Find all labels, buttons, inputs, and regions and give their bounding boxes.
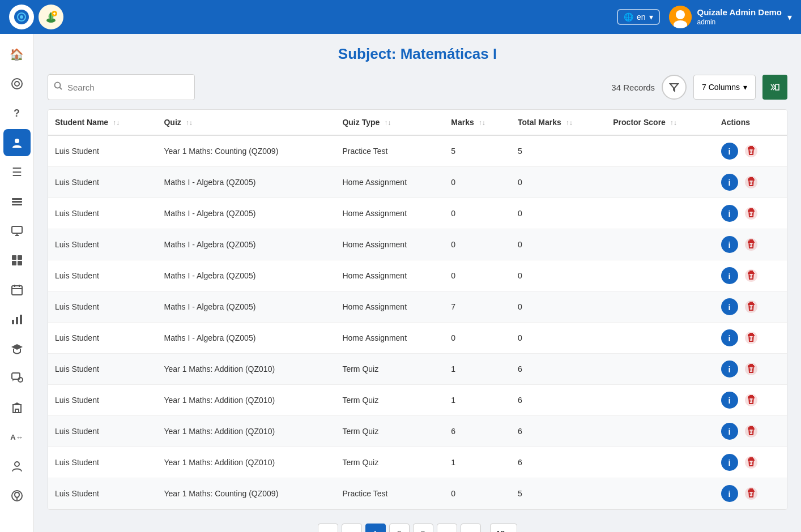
delete-button[interactable]	[743, 329, 760, 346]
sidebar-item-grid[interactable]	[3, 247, 31, 274]
delete-button[interactable]	[743, 236, 760, 253]
info-button[interactable]: i	[721, 205, 738, 222]
cell-student-name: Luis Student	[48, 198, 157, 229]
info-button[interactable]: i	[721, 267, 738, 284]
svg-rect-19	[12, 286, 22, 295]
cell-total-marks: 6	[511, 385, 606, 416]
pagination-page-3[interactable]: 3	[413, 524, 433, 532]
search-icon	[54, 81, 63, 93]
user-role: admin	[697, 18, 782, 27]
excel-export-button[interactable]	[762, 75, 787, 100]
info-button[interactable]: i	[721, 174, 738, 191]
cell-quiz: Year 1 Maths: Counting (QZ009)	[157, 135, 335, 167]
delete-button[interactable]	[743, 423, 760, 440]
sidebar-item-circle[interactable]	[3, 70, 31, 97]
sort-icon-student: ↑↓	[113, 119, 120, 127]
cell-student-name: Luis Student	[48, 416, 157, 447]
info-button[interactable]: i	[721, 361, 738, 377]
info-button[interactable]: i	[721, 236, 738, 253]
cell-marks: 1	[444, 354, 511, 385]
sidebar-item-monitor[interactable]	[3, 217, 31, 244]
user-text-block: Quizale Admin Demo admin	[697, 7, 782, 27]
sidebar-item-menu[interactable]: ☰	[3, 158, 31, 186]
svg-point-10	[15, 139, 19, 143]
cell-marks: 1	[444, 447, 511, 478]
cell-actions: i	[714, 323, 787, 354]
th-total-marks[interactable]: Total Marks ↑↓	[511, 110, 606, 135]
cell-total-marks: 6	[511, 447, 606, 478]
table-row: Luis Student Maths I - Algebra (QZ005) H…	[48, 291, 787, 323]
sidebar-item-calendar[interactable]	[3, 276, 31, 303]
svg-rect-13	[12, 204, 22, 205]
svg-point-8	[12, 79, 22, 89]
cell-marks: 0	[444, 198, 511, 229]
search-box[interactable]	[48, 74, 195, 100]
cell-proctor-score	[606, 385, 714, 416]
pagination-last[interactable]: »	[461, 524, 481, 532]
cell-marks: 0	[444, 260, 511, 291]
cell-total-marks: 0	[511, 291, 606, 323]
cell-student-name: Luis Student	[48, 478, 157, 509]
svg-point-2	[20, 15, 23, 19]
cell-quiz-type: Home Assignment	[335, 291, 444, 323]
info-button[interactable]: i	[721, 143, 738, 160]
delete-button[interactable]	[743, 267, 760, 284]
sidebar-item-graduate[interactable]	[3, 335, 31, 362]
search-input[interactable]	[67, 83, 189, 92]
cell-quiz: Maths I - Algebra (QZ005)	[157, 260, 335, 291]
sidebar-item-layers[interactable]	[3, 188, 31, 215]
sidebar-item-home[interactable]: 🏠	[3, 41, 31, 68]
cell-quiz: Maths I - Algebra (QZ005)	[157, 229, 335, 260]
pagination-next[interactable]: ›	[437, 524, 457, 532]
th-quiz-type[interactable]: Quiz Type ↑↓	[335, 110, 444, 135]
table-row: Luis Student Year 1 Maths: Counting (QZ0…	[48, 478, 787, 509]
info-button[interactable]: i	[721, 298, 738, 315]
info-button[interactable]: i	[721, 392, 738, 409]
pagination-page-1[interactable]: 1	[365, 524, 386, 532]
sidebar-item-translate[interactable]: A↔	[3, 423, 31, 451]
cell-student-name: Luis Student	[48, 291, 157, 323]
pagination-first[interactable]: «	[318, 524, 338, 532]
delete-button[interactable]	[743, 174, 760, 191]
sidebar-item-chart[interactable]	[3, 306, 31, 333]
delete-button[interactable]	[743, 454, 760, 471]
delete-button[interactable]	[743, 143, 760, 160]
th-proctor-score[interactable]: Proctor Score ↑↓	[606, 110, 714, 135]
info-button[interactable]: i	[721, 454, 738, 471]
cell-total-marks: 0	[511, 198, 606, 229]
columns-button[interactable]: 7 Columns ▾	[693, 75, 756, 100]
delete-button[interactable]	[743, 485, 760, 502]
sidebar-item-users[interactable]	[3, 129, 31, 156]
sidebar-item-help[interactable]: ?	[3, 100, 31, 127]
delete-button[interactable]	[743, 392, 760, 409]
main-content: Subject: Matemáticas I 34 Records 7 Colu…	[34, 34, 801, 532]
sidebar-item-building[interactable]	[3, 394, 31, 421]
sidebar-item-person[interactable]	[3, 453, 31, 480]
lang-selector[interactable]: 🌐 en ▾	[617, 9, 660, 25]
cell-student-name: Luis Student	[48, 323, 157, 354]
table-row: Luis Student Maths I - Algebra (QZ005) H…	[48, 323, 787, 354]
sort-icon-proctor: ↑↓	[670, 119, 677, 127]
cell-marks: 5	[444, 135, 511, 167]
user-info[interactable]: Quizale Admin Demo admin ▾	[669, 6, 792, 28]
cell-quiz-type: Practice Test	[335, 135, 444, 167]
cell-quiz: Maths I - Algebra (QZ005)	[157, 323, 335, 354]
th-marks[interactable]: Marks ↑↓	[444, 110, 511, 135]
filter-button[interactable]	[662, 75, 687, 100]
cell-total-marks: 0	[511, 229, 606, 260]
delete-button[interactable]	[743, 298, 760, 315]
delete-button[interactable]	[743, 205, 760, 222]
info-button[interactable]: i	[721, 485, 738, 502]
pagination-page-2[interactable]: 2	[389, 524, 410, 532]
cell-marks: 0	[444, 229, 511, 260]
svg-rect-20	[12, 320, 14, 324]
info-button[interactable]: i	[721, 423, 738, 440]
sidebar-item-speech[interactable]	[3, 482, 31, 509]
per-page-selector[interactable]: 12 ▾	[490, 524, 518, 532]
th-student-name[interactable]: Student Name ↑↓	[48, 110, 157, 135]
pagination-prev[interactable]: ‹	[342, 524, 362, 532]
th-quiz[interactable]: Quiz ↑↓	[157, 110, 335, 135]
info-button[interactable]: i	[721, 329, 738, 346]
sidebar-item-chat-user[interactable]	[3, 364, 31, 392]
delete-button[interactable]	[743, 361, 760, 377]
